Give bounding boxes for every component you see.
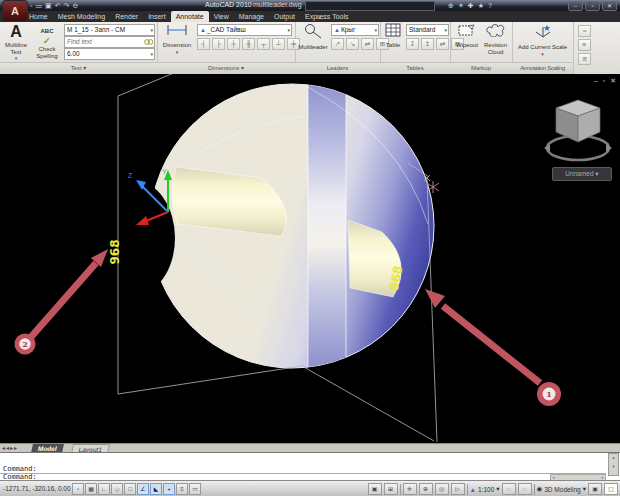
check-spelling-button[interactable]: ABC ✓ Check Spelling [32, 23, 62, 59]
help-icon[interactable]: ? [488, 1, 492, 10]
dim-update-icon[interactable]: ┬ [257, 38, 270, 50]
dim-style-dropdown[interactable]: ▲_CAD Тайвш ▾ [197, 24, 292, 36]
data-link-icon[interactable]: ⇄ [436, 38, 449, 50]
tab-render[interactable]: Render [110, 11, 143, 22]
panel-title-dimensions[interactable]: Dimensions ▾ [157, 62, 295, 74]
panel-title-annotation-scaling[interactable]: Annotation Scaling [512, 62, 573, 74]
dim-reassociate-icon[interactable]: ┴ [272, 38, 285, 50]
table-style-dropdown[interactable]: Standard ▾ [406, 24, 449, 36]
chevron-down-icon[interactable]: ▾ [583, 485, 586, 493]
wipeout-button[interactable]: Wipeout [454, 23, 480, 49]
minimize-button[interactable]: – [568, 1, 583, 11]
zoom-icon[interactable]: ⊕ [419, 483, 433, 495]
revision-cloud-button[interactable]: Revision Cloud [482, 23, 509, 55]
add-scales-icon[interactable]: ≡ [578, 39, 591, 51]
tab-express-tools[interactable]: Express Tools [300, 11, 353, 22]
add-current-scale-button[interactable]: Add Current Scale ▾ [515, 23, 570, 57]
viewcube[interactable] [544, 100, 612, 160]
panel-title-leaders[interactable]: Leaders [295, 62, 380, 74]
save-icon[interactable]: ▣ [45, 1, 52, 10]
sync-scales-icon[interactable]: ≅ [578, 53, 591, 65]
panel-title-tables[interactable]: Tables [380, 62, 450, 74]
undo-icon[interactable]: ↶ [55, 1, 61, 10]
search-icon[interactable]: ⊕ [448, 1, 454, 10]
grid-toggle[interactable]: ▦ [85, 483, 97, 495]
command-window[interactable]: Command: 1 was not parallel to the UCS. … [0, 452, 620, 481]
help-search-box[interactable] [305, 1, 435, 11]
upload-data-icon[interactable]: ↥ [421, 38, 434, 50]
table-button[interactable]: Table [382, 23, 404, 49]
model-view[interactable]: 968 968 Y Z [0, 74, 620, 443]
ortho-toggle[interactable]: ∟ [98, 483, 110, 495]
redo-icon[interactable]: ↷ [64, 1, 70, 10]
drawing-canvas[interactable]: – ▫ ✕ [0, 74, 620, 443]
doc-minimize-icon[interactable]: – [594, 77, 598, 85]
minimize-ribbon-icon[interactable]: ▴ [318, 13, 321, 20]
tab-manage[interactable]: Manage [234, 11, 269, 22]
chevron-down-icon[interactable]: ▾ [496, 485, 499, 493]
show-motion-icon[interactable]: ▷ [451, 483, 465, 495]
coordinate-readout[interactable]: -1271.71, -320.16, 0.00 [3, 485, 71, 492]
toolbar-lock-icon[interactable]: ▣ [588, 483, 602, 495]
quick-view-layouts-icon[interactable]: ⊞ [384, 483, 398, 495]
text-height-dropdown[interactable]: 6.00 ▾ [64, 48, 155, 60]
dyn-toggle[interactable]: + [163, 483, 175, 495]
tab-view[interactable]: View [209, 11, 234, 22]
find-text-field[interactable] [64, 36, 155, 48]
model-3d-solid[interactable] [95, 82, 434, 372]
autoscale-toggle[interactable]: ☼ [518, 483, 532, 495]
command-vscrollbar[interactable]: ▴ ▾ [608, 453, 619, 476]
model-space-icon[interactable]: ▣ [368, 483, 382, 495]
dimension-text-left[interactable]: 968 [108, 239, 122, 264]
mleader-style-dropdown[interactable]: ▲Крыг ▾ [331, 24, 379, 36]
osnap-toggle[interactable]: □ [124, 483, 136, 495]
steering-wheel-icon[interactable]: ◎ [435, 483, 449, 495]
remove-leader-icon[interactable]: ↘ [346, 38, 359, 50]
dim-continue-icon[interactable]: ╫ [242, 38, 255, 50]
align-leaders-icon[interactable]: ⇄ [361, 38, 374, 50]
scroll-up-icon[interactable]: ▴ [609, 454, 618, 460]
tab-mesh-modeling[interactable]: Mesh Modeling [53, 11, 110, 22]
tab-insert[interactable]: Insert [143, 11, 171, 22]
polar-toggle[interactable]: ◇ [111, 483, 123, 495]
subscription-icon[interactable]: ✶ [458, 1, 464, 10]
new-icon[interactable]: ▫ [30, 1, 32, 10]
ducs-toggle[interactable]: ◣ [150, 483, 162, 495]
annotation-visibility-icon[interactable]: ≈ [578, 25, 591, 37]
restore-button[interactable]: ▫ [585, 1, 600, 11]
dimension-button[interactable]: Dimension ▾ [161, 23, 193, 55]
annotation-visibility-toggle[interactable]: ☼ [502, 483, 516, 495]
panel-title-markup[interactable]: Markup [450, 62, 512, 74]
dim-break-icon[interactable]: ┤ [197, 38, 210, 50]
doc-close-icon[interactable]: ✕ [610, 77, 616, 85]
scroll-down-icon[interactable]: ▾ [609, 463, 618, 469]
tab-home[interactable]: Home [24, 11, 53, 22]
clean-screen-icon[interactable]: ▢ [604, 483, 618, 495]
plot-icon[interactable]: ⊖ [72, 1, 78, 10]
viewcube-view-dropdown[interactable]: Unnamed ▾ [552, 167, 612, 181]
close-button[interactable]: ✕ [602, 1, 617, 11]
doc-restore-icon[interactable]: ▫ [603, 77, 605, 85]
extract-data-icon[interactable]: ↧ [406, 38, 419, 50]
favorites-icon[interactable]: ★ [478, 1, 484, 10]
annotation-scale-value[interactable]: 1:100 [478, 486, 494, 493]
multiline-text-button[interactable]: A Multiline Text ▾ [2, 23, 30, 61]
workspace-switcher[interactable]: 3D Modeling [544, 486, 581, 493]
dim-baseline-icon[interactable]: ┼ [227, 38, 240, 50]
text-style-dropdown[interactable]: M 1_15 - Запл - CM ▾ [64, 24, 155, 36]
panel-title-text[interactable]: Text ▾ [0, 62, 157, 74]
tab-annotate[interactable]: Annotate [171, 11, 209, 22]
qp-toggle[interactable]: ▭ [189, 483, 201, 495]
add-leader-icon[interactable]: ↗ [331, 38, 344, 50]
pan-icon[interactable]: ✛ [403, 483, 417, 495]
find-text-input[interactable] [65, 38, 143, 45]
tab-output[interactable]: Output [269, 11, 300, 22]
lwt-toggle[interactable]: ≡ [176, 483, 188, 495]
snap-toggle[interactable]: ▫ [72, 483, 84, 495]
communication-icon[interactable]: ✚ [468, 1, 474, 10]
app-menu-button[interactable]: A [2, 0, 28, 22]
otrack-toggle[interactable]: ∠ [137, 483, 149, 495]
dim-adjust-space-icon[interactable]: ├ [212, 38, 225, 50]
open-icon[interactable]: ▭ [35, 1, 42, 10]
multileader-button[interactable]: Multileader [297, 23, 329, 51]
